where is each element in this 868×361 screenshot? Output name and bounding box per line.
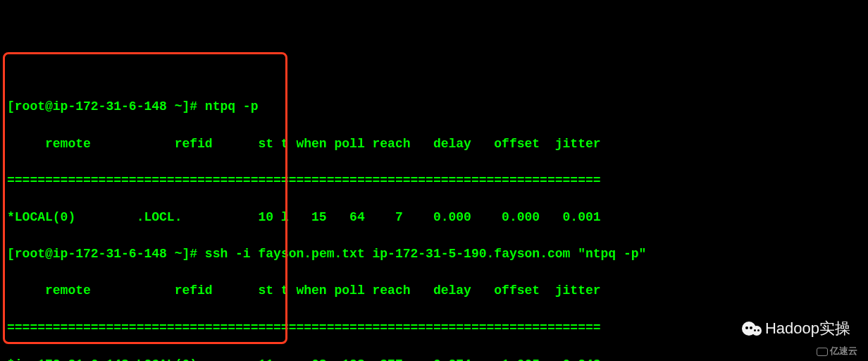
watermark-hadoop: Hadoop实操 (742, 317, 850, 340)
command-text: ssh -i fayson.pem.txt ip-172-31-5-190.fa… (205, 247, 647, 261)
watermark-cloud: 亿速云 (817, 345, 857, 358)
terminal-output: [root@ip-172-31-6-148 ~]# ntpq -p remote… (0, 73, 868, 361)
command-line-1: [root@ip-172-31-6-148 ~]# ntpq -p (7, 97, 861, 116)
wechat-icon (742, 322, 762, 336)
ntpq-header: remote refid st t when poll reach delay … (7, 135, 861, 153)
watermark-text: Hadoop实操 (765, 317, 850, 340)
command-line-2: [root@ip-172-31-6-148 ~]# ssh -i fayson.… (7, 245, 861, 263)
ntpq-header: remote refid st t when poll reach delay … (7, 281, 861, 300)
shell-prompt: [root@ip-172-31-6-148 ~]# (7, 247, 205, 261)
ntpq-row: *ip-172-31-6-148 LOCAL(0) 11 u 68 128 37… (7, 355, 861, 361)
divider: ========================================… (7, 319, 861, 337)
divider: ========================================… (7, 171, 861, 190)
command-text: ntpq -p (205, 99, 259, 114)
ntpq-row: *LOCAL(0) .LOCL. 10 l 15 64 7 0.000 0.00… (7, 208, 861, 226)
cloud-logo-icon (817, 348, 828, 356)
shell-prompt: [root@ip-172-31-6-148 ~]# (7, 99, 205, 114)
watermark-text-2: 亿速云 (830, 345, 857, 358)
